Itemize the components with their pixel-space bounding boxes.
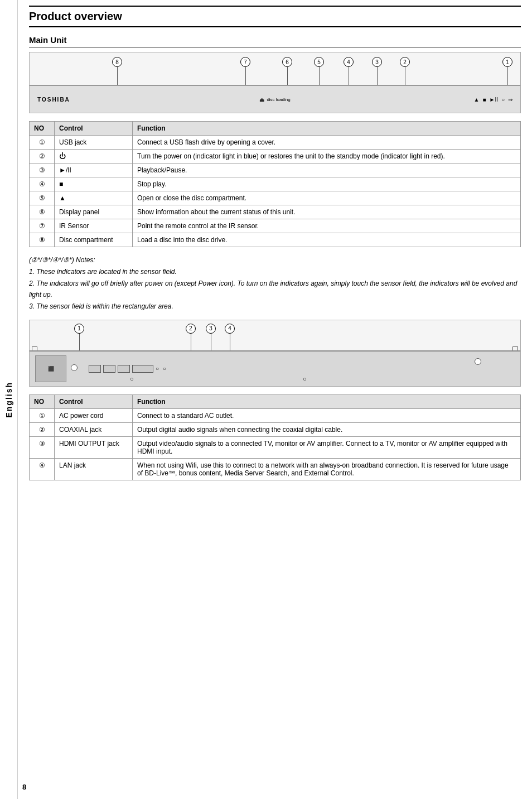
notes-header: (②*/③*/④*/⑤*) Notes: bbox=[29, 255, 521, 266]
table-row: ⑧ Disc compartment Load a disc into the … bbox=[30, 233, 521, 247]
table-row: ⑤ ▲ Open or close the disc compartment. bbox=[30, 191, 521, 205]
page-title: Product overview bbox=[29, 6, 521, 27]
row6-no: ⑥ bbox=[30, 205, 55, 219]
port-3 bbox=[118, 365, 130, 373]
row2-control: ⏻ bbox=[55, 150, 133, 163]
row2-1-control: AC power cord bbox=[55, 408, 133, 422]
row2-2-control: COAXIAL jack bbox=[55, 422, 133, 436]
notes-item-3: 3. The sensor field is within the rectan… bbox=[29, 301, 521, 312]
row2-2-function: Output digital audio signals when connec… bbox=[133, 422, 521, 436]
table-row: ③ HDMI OUTPUT jack Output video/audio si… bbox=[30, 436, 521, 458]
device-center-controls: ⏏ disc loading bbox=[259, 97, 290, 103]
table-row: ② COAXIAL jack Output digital audio sign… bbox=[30, 422, 521, 436]
row4-control: ■ bbox=[55, 177, 133, 191]
diagram-label-6: 6 bbox=[282, 57, 292, 67]
row2-1-no: ① bbox=[30, 408, 55, 422]
device-body: TOSHIBA ⏏ disc loading ▲ ■ ►II ○ ⇒ bbox=[30, 85, 520, 113]
table1-header-no: NO bbox=[30, 122, 55, 136]
table-row: ② ⏻ Turn the power on (indicator light i… bbox=[30, 150, 521, 163]
row8-function: Load a disc into the disc drive. bbox=[133, 233, 521, 247]
row2-no: ② bbox=[30, 150, 55, 163]
device-right-controls: ▲ ■ ►II ○ ⇒ bbox=[474, 97, 512, 103]
table2-header-control: Control bbox=[55, 394, 133, 408]
row7-function: Point the remote control at the IR senso… bbox=[133, 219, 521, 233]
bp-label-3: 3 bbox=[206, 324, 216, 334]
row7-no: ⑦ bbox=[30, 219, 55, 233]
row8-control: Disc compartment bbox=[55, 233, 133, 247]
diagram-label-7: 7 bbox=[240, 57, 250, 67]
row2-4-no: ④ bbox=[30, 458, 55, 480]
bp-device-body: ⬛ bbox=[30, 350, 520, 386]
section1-title: Main Unit bbox=[29, 35, 521, 47]
diagram-label-5: 5 bbox=[314, 57, 324, 67]
bp-circle-1 bbox=[71, 364, 78, 371]
row2-function: Turn the power on (indicator light in bl… bbox=[133, 150, 521, 163]
row2-3-control: HDMI OUTPUT jack bbox=[55, 436, 133, 458]
table2-header-function: Function bbox=[133, 394, 521, 408]
bp-port-cluster: ○ ○ bbox=[89, 365, 167, 373]
port-2 bbox=[103, 365, 115, 373]
port-lan bbox=[132, 365, 153, 373]
notes-item-2: 2. The indicators will go off briefly af… bbox=[29, 278, 521, 300]
table2: NO Control Function ① AC power cord Conn… bbox=[29, 394, 521, 480]
diagram-label-4: 4 bbox=[344, 57, 354, 67]
table1-header-function: Function bbox=[133, 122, 521, 136]
bp-label-1: 1 bbox=[74, 324, 84, 334]
row3-function: Playback/Pause. bbox=[133, 163, 521, 177]
back-panel-diagram: 1 2 3 4 ⬛ bbox=[29, 320, 521, 387]
row4-no: ④ bbox=[30, 177, 55, 191]
sidebar: English bbox=[0, 0, 18, 799]
row2-3-no: ③ bbox=[30, 436, 55, 458]
row3-control: ►/II bbox=[55, 163, 133, 177]
table-row: ④ ■ Stop play. bbox=[30, 177, 521, 191]
row1-function: Connect a USB flash drive by opening a c… bbox=[133, 136, 521, 150]
diagram-label-3: 3 bbox=[372, 57, 382, 67]
row6-function: Show information about the current statu… bbox=[133, 205, 521, 219]
bp-label-2: 2 bbox=[186, 324, 196, 334]
row2-4-function: When not using Wifi, use this to connect… bbox=[133, 458, 521, 480]
table-row: ⑥ Display panel Show information about t… bbox=[30, 205, 521, 219]
diagram-label-8: 8 bbox=[112, 57, 122, 67]
row2-4-control: LAN jack bbox=[55, 458, 133, 480]
bp-bottom-circle2: ○ bbox=[303, 374, 307, 383]
row2-2-no: ② bbox=[30, 422, 55, 436]
diagram-label-2: 2 bbox=[400, 57, 410, 67]
table1: NO Control Function ① USB jack Connect a… bbox=[29, 121, 521, 247]
row5-function: Open or close the disc compartment. bbox=[133, 191, 521, 205]
bp-right-circle bbox=[475, 358, 481, 367]
row5-no: ⑤ bbox=[30, 191, 55, 205]
table-row: ① USB jack Connect a USB flash drive by … bbox=[30, 136, 521, 150]
diagram-label-1: 1 bbox=[502, 57, 512, 67]
row2-1-function: Connect to a standard AC outlet. bbox=[133, 408, 521, 422]
table-row: ④ LAN jack When not using Wifi, use this… bbox=[30, 458, 521, 480]
row1-no: ① bbox=[30, 136, 55, 150]
main-unit-diagram: 8 7 6 5 4 3 2 1 TOSHIBA ⏏ disc loading bbox=[29, 52, 521, 113]
row5-control: ▲ bbox=[55, 191, 133, 205]
row8-no: ⑧ bbox=[30, 233, 55, 247]
page-number: 8 bbox=[22, 783, 26, 791]
row1-control: USB jack bbox=[55, 136, 133, 150]
table-row: ① AC power cord Connect to a standard AC… bbox=[30, 408, 521, 422]
row7-control: IR Sensor bbox=[55, 219, 133, 233]
table2-header-no: NO bbox=[30, 394, 55, 408]
notes-item-1: 1. These indicators are located in the s… bbox=[29, 267, 521, 277]
row3-no: ③ bbox=[30, 163, 55, 177]
notes-section: (②*/③*/④*/⑤*) Notes: 1. These indicators… bbox=[29, 255, 521, 312]
page: English Product overview Main Unit 8 7 6… bbox=[0, 0, 532, 799]
bp-label-4: 4 bbox=[225, 324, 235, 334]
toshiba-brand: TOSHIBA bbox=[37, 97, 70, 103]
bp-power-area: ⬛ bbox=[35, 355, 66, 382]
content: Product overview Main Unit 8 7 6 5 4 3 2… bbox=[18, 0, 532, 799]
table-row: ③ ►/II Playback/Pause. bbox=[30, 163, 521, 177]
bp-oo-indicator: ○ ○ bbox=[156, 365, 167, 372]
sidebar-label: English bbox=[4, 382, 13, 418]
row2-3-function: Output video/audio signals to a connecte… bbox=[133, 436, 521, 458]
port-1 bbox=[89, 365, 101, 373]
table1-header-control: Control bbox=[55, 122, 133, 136]
row4-function: Stop play. bbox=[133, 177, 521, 191]
bp-bottom-circle: ○ bbox=[130, 374, 134, 383]
row6-control: Display panel bbox=[55, 205, 133, 219]
table-row: ⑦ IR Sensor Point the remote control at … bbox=[30, 219, 521, 233]
